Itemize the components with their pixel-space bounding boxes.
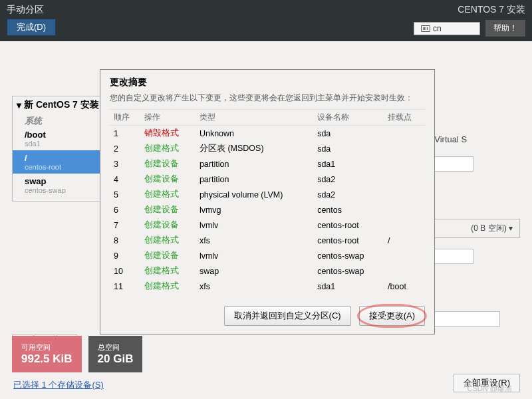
dialog-title: 更改摘要: [110, 76, 425, 88]
cell-op: 创建格式: [140, 279, 196, 294]
cell-op: 创建设备: [140, 172, 196, 187]
cell-mount: [384, 202, 425, 217]
accept-label: 接受更改(A): [369, 311, 415, 321]
col-type[interactable]: 类型: [196, 110, 313, 126]
cell-type: lvmlv: [196, 217, 313, 233]
done-button[interactable]: 完成(D): [7, 19, 56, 36]
cell-device: sda1: [313, 279, 384, 294]
changes-summary-dialog: 更改摘要 您的自定义更改将产生以下变更，这些变更将会在您返回到主菜单并开始安装时…: [100, 69, 435, 334]
cell-type: partition: [196, 156, 313, 172]
cell-device: centos-swap: [313, 263, 384, 279]
cell-order: 10: [110, 263, 140, 279]
cell-mount: [384, 263, 425, 279]
cell-type: 分区表 (MSDOS): [196, 141, 313, 156]
cell-mount: [384, 187, 425, 202]
cell-order: 8: [110, 233, 140, 248]
chevron-down-icon: ▾: [17, 100, 21, 110]
cell-order: 7: [110, 217, 140, 233]
cell-type: xfs: [196, 233, 313, 248]
cell-type: physical volume (LVM): [196, 187, 313, 202]
total-space-box: 总空间 20 GiB: [88, 336, 143, 372]
vg-info: (0 B 空闲) ▾: [471, 223, 513, 234]
cell-type: partition: [196, 172, 313, 187]
table-row[interactable]: 5创建格式physical volume (LVM)sda2: [110, 187, 425, 202]
cell-type: lvmvg: [196, 202, 313, 217]
changes-table: 顺序 操作 类型 设备名称 挂载点 1销毁格式Unknownsda2创建格式分区…: [110, 109, 425, 294]
cell-order: 6: [110, 202, 140, 217]
available-label: 可用空间: [21, 342, 72, 352]
storage-devices-link[interactable]: 已选择 1 个存储设备(S): [13, 379, 104, 391]
cell-op: 创建设备: [140, 202, 196, 217]
cell-device: centos: [313, 202, 384, 217]
available-space-box: 可用空间 992.5 KiB: [12, 336, 82, 372]
product-name: CENTOS 7 安装: [458, 4, 525, 16]
cell-device: centos-swap: [313, 248, 384, 263]
table-row[interactable]: 10创建格式swapcentos-swap: [110, 263, 425, 279]
col-op[interactable]: 操作: [140, 110, 196, 126]
cell-mount: [384, 248, 425, 263]
cell-order: 3: [110, 156, 140, 172]
cell-type: lvmlv: [196, 248, 313, 263]
cell-order: 4: [110, 172, 140, 187]
available-value: 992.5 KiB: [21, 352, 72, 366]
total-value: 20 GiB: [98, 352, 134, 366]
cell-device: sda: [313, 126, 384, 142]
table-row[interactable]: 1销毁格式Unknownsda: [110, 126, 425, 142]
cell-order: 5: [110, 187, 140, 202]
cell-type: Unknown: [196, 126, 313, 142]
table-row[interactable]: 4创建设备partitionsda2: [110, 172, 425, 187]
cell-op: 销毁格式: [140, 126, 196, 142]
cell-op: 创建设备: [140, 248, 196, 263]
col-mount[interactable]: 挂载点: [384, 110, 425, 126]
cell-type: swap: [196, 263, 313, 279]
watermark: CSDN @缪清: [467, 384, 512, 394]
cell-mount: /: [384, 233, 425, 248]
cell-mount: [384, 156, 425, 172]
table-row[interactable]: 6创建设备lvmvgcentos: [110, 202, 425, 217]
cell-mount: [384, 172, 425, 187]
keyboard-layout: cn: [433, 24, 442, 33]
cell-mount: [384, 217, 425, 233]
table-row[interactable]: 2创建格式分区表 (MSDOS)sda: [110, 141, 425, 156]
cell-device: centos-root: [313, 217, 384, 233]
help-button[interactable]: 帮助！: [485, 20, 525, 37]
cell-op: 创建格式: [140, 233, 196, 248]
cell-mount: [384, 126, 425, 142]
table-row[interactable]: 8创建格式xfscentos-root/: [110, 233, 425, 248]
col-device[interactable]: 设备名称: [313, 110, 384, 126]
dialog-description: 您的自定义更改将产生以下变更，这些变更将会在您返回到主菜单并开始安装时生效：: [110, 92, 425, 104]
cell-order: 9: [110, 248, 140, 263]
page-title: 手动分区: [7, 4, 56, 16]
cancel-return-button[interactable]: 取消并返回到自定义分区(C): [224, 306, 351, 326]
cell-op: 创建格式: [140, 263, 196, 279]
keyboard-icon: [421, 25, 430, 32]
cell-device: sda2: [313, 187, 384, 202]
cell-device: sda2: [313, 172, 384, 187]
keyboard-indicator[interactable]: cn: [414, 22, 480, 35]
cell-mount: /boot: [384, 279, 425, 294]
cell-order: 11: [110, 279, 140, 294]
cell-op: 创建设备: [140, 156, 196, 172]
cell-mount: [384, 141, 425, 156]
cell-op: 创建格式: [140, 187, 196, 202]
cell-type: xfs: [196, 279, 313, 294]
cell-device: centos-root: [313, 233, 384, 248]
table-row[interactable]: 7创建设备lvmlvcentos-root: [110, 217, 425, 233]
install-title: 新 CentOS 7 安装: [24, 99, 99, 111]
table-row[interactable]: 9创建设备lvmlvcentos-swap: [110, 248, 425, 263]
total-label: 总空间: [98, 342, 134, 352]
cell-order: 2: [110, 141, 140, 156]
cell-order: 1: [110, 126, 140, 142]
table-row[interactable]: 11创建格式xfssda1/boot: [110, 279, 425, 294]
cell-device: sda: [313, 141, 384, 156]
col-order[interactable]: 顺序: [110, 110, 140, 126]
table-row[interactable]: 3创建设备partitionsda1: [110, 156, 425, 172]
cell-device: sda1: [313, 156, 384, 172]
accept-changes-button[interactable]: 接受更改(A): [359, 306, 425, 326]
cell-op: 创建设备: [140, 217, 196, 233]
cell-op: 创建格式: [140, 141, 196, 156]
